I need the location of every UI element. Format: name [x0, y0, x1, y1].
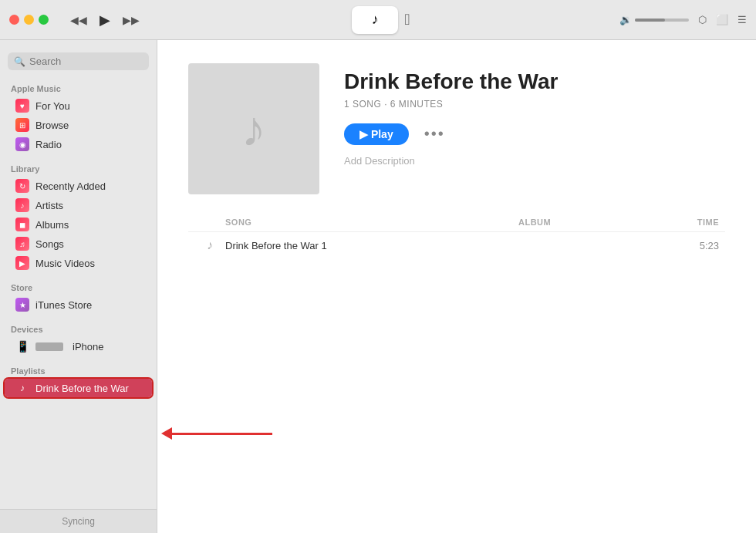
album-art: ♪: [188, 63, 319, 194]
sidebar-item-browse[interactable]: ⊞ Browse: [5, 116, 152, 134]
sidebar-item-albums[interactable]: ◼ Albums: [5, 215, 152, 234]
traffic-lights: [9, 15, 49, 25]
more-options-button[interactable]: •••: [418, 122, 451, 146]
iphone-icon: 📱: [15, 339, 29, 353]
col-time-label: TIME: [657, 218, 719, 227]
sidebar-item-browse-label: Browse: [35, 120, 69, 131]
table-row[interactable]: ♪ Drink Before the War 1 5:23: [188, 232, 725, 258]
track-list: SONG ALBUM TIME ♪ Drink Before the War 1…: [188, 213, 725, 258]
for-you-icon: ♥: [15, 99, 29, 113]
iphone-blurred: ████: [35, 342, 63, 351]
sidebar-item-drink-before-war[interactable]: ♪ Drink Before the War: [5, 379, 152, 397]
titlebar-left: ◀◀ ▶ ▶▶: [9, 8, 143, 32]
radio-icon: ◉: [15, 137, 29, 151]
recently-added-icon: ↻: [15, 179, 29, 193]
play-button[interactable]: ▶: [96, 8, 113, 32]
music-note-icon: ♪: [372, 12, 379, 28]
sidebar-item-albums-label: Albums: [35, 219, 69, 231]
col-song-label: SONG: [225, 218, 518, 227]
search-input[interactable]: [29, 56, 143, 67]
sidebar-section-playlists: Playlists: [0, 362, 157, 378]
detail-actions: ▶ Play •••: [344, 122, 558, 146]
playlist-icon: ♪: [15, 381, 29, 395]
col-empty: [194, 218, 225, 227]
sidebar-section-apple-music: Apple Music: [0, 79, 157, 96]
sidebar-item-artists-label: Artists: [35, 200, 63, 211]
songs-icon: ♬: [15, 237, 29, 251]
detail-info: Drink Before the War 1 SONG · 6 MINUTES …: [344, 63, 558, 194]
track-title: Drink Before the War 1: [225, 240, 518, 251]
titlebar-center: ♪ : [352, 6, 410, 34]
volume-slider[interactable]: [635, 19, 689, 22]
volume-area: 🔉: [619, 14, 689, 25]
search-box[interactable]: 🔍: [8, 52, 149, 70]
artists-icon: ♪: [15, 198, 29, 212]
album-art-note-icon: ♪: [241, 100, 266, 157]
track-list-header: SONG ALBUM TIME: [188, 213, 725, 232]
detail-header: ♪ Drink Before the War 1 SONG · 6 MINUTE…: [188, 63, 725, 194]
sidebar-item-recently-added-label: Recently Added: [35, 180, 106, 192]
sidebar-footer: Syncing: [0, 509, 157, 533]
sidebar-item-for-you[interactable]: ♥ For You: [5, 96, 152, 115]
sidebar-item-recently-added[interactable]: ↻ Recently Added: [5, 177, 152, 195]
lyrics-icon[interactable]: ⬜: [716, 14, 728, 25]
sidebar-item-songs[interactable]: ♬ Songs: [5, 234, 152, 253]
browse-icon: ⊞: [15, 118, 29, 132]
transport-controls: ◀◀ ▶ ▶▶: [67, 8, 143, 32]
search-icon: 🔍: [14, 56, 25, 67]
apple-logo-icon: : [404, 11, 410, 29]
forward-button[interactable]: ▶▶: [120, 11, 143, 29]
music-videos-icon: ▶: [15, 256, 29, 270]
music-tab[interactable]: ♪: [352, 6, 398, 34]
rewind-button[interactable]: ◀◀: [67, 11, 90, 29]
track-music-icon: ♪: [207, 238, 213, 252]
albums-icon: ◼: [15, 218, 29, 231]
titlebar-right: 🔉 ⬡ ⬜ ☰: [619, 14, 747, 25]
col-album-label: ALBUM: [518, 218, 657, 227]
sidebar-section-store: Store: [0, 278, 157, 295]
sidebar: 🔍 Apple Music ♥ For You ⊞ Browse ◉: [0, 40, 157, 533]
volume-icon: 🔉: [619, 14, 632, 25]
sidebar-item-artists[interactable]: ♪ Artists: [5, 196, 152, 214]
sidebar-item-itunes-store-label: iTunes Store: [35, 299, 92, 311]
maximize-button[interactable]: [39, 15, 49, 25]
queue-icon[interactable]: ☰: [737, 14, 747, 25]
itunes-store-icon: ★: [15, 298, 29, 312]
detail-meta: 1 SONG · 6 MINUTES: [344, 99, 558, 110]
detail-title: Drink Before the War: [344, 69, 558, 94]
sidebar-item-radio-label: Radio: [35, 139, 62, 150]
airplay-icon[interactable]: ⬡: [698, 14, 707, 25]
sidebar-item-music-videos-label: Music Videos: [35, 258, 95, 269]
syncing-label: Syncing: [62, 516, 95, 527]
sidebar-section-devices: Devices: [0, 320, 157, 336]
sidebar-item-drink-before-war-label: Drink Before the War: [35, 383, 129, 394]
minimize-button[interactable]: [24, 15, 34, 25]
content-area: ♪ Drink Before the War 1 SONG · 6 MINUTE…: [157, 40, 756, 533]
sidebar-item-songs-label: Songs: [35, 238, 64, 250]
sidebar-item-radio[interactable]: ◉ Radio: [5, 135, 152, 153]
play-main-button[interactable]: ▶ Play: [344, 123, 409, 145]
close-button[interactable]: [9, 15, 19, 25]
sidebar-item-music-videos[interactable]: ▶ Music Videos: [5, 254, 152, 272]
sidebar-item-iphone[interactable]: 📱 ████ iPhone: [5, 337, 152, 356]
volume-fill: [635, 19, 665, 22]
playlist-detail: ♪ Drink Before the War 1 SONG · 6 MINUTE…: [157, 40, 756, 533]
sidebar-section-library: Library: [0, 160, 157, 176]
sidebar-item-iphone-name: iPhone: [73, 341, 103, 353]
track-icon-cell: ♪: [194, 238, 225, 252]
sidebar-item-for-you-label: For You: [35, 100, 70, 112]
sidebar-content: 🔍 Apple Music ♥ For You ⊞ Browse ◉: [0, 40, 157, 509]
main-container: 🔍 Apple Music ♥ For You ⊞ Browse ◉: [0, 40, 756, 533]
add-description[interactable]: Add Description: [344, 155, 558, 167]
sidebar-item-itunes-store[interactable]: ★ iTunes Store: [5, 295, 152, 314]
titlebar: ◀◀ ▶ ▶▶ ♪  🔉 ⬡ ⬜ ☰: [0, 0, 756, 40]
track-time: 5:23: [657, 240, 719, 251]
